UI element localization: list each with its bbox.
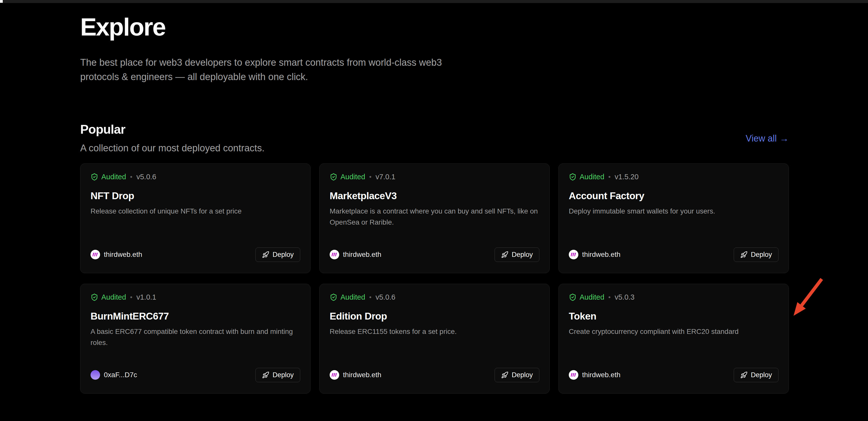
publisher-name: thirdweb.eth bbox=[104, 251, 142, 259]
deploy-label: Deploy bbox=[512, 371, 533, 379]
deploy-button[interactable]: Deploy bbox=[734, 368, 778, 382]
popular-section-header: Popular A collection of our most deploye… bbox=[80, 122, 789, 156]
publisher-name: thirdweb.eth bbox=[582, 251, 621, 259]
publisher-avatar bbox=[91, 250, 100, 259]
publisher-avatar bbox=[330, 250, 339, 259]
audited-badge: Audited bbox=[569, 173, 604, 181]
shield-check-icon bbox=[91, 293, 98, 301]
version-label: v1.0.1 bbox=[136, 293, 156, 301]
contract-card[interactable]: Audited • v5.0.6 NFT Drop Release collec… bbox=[80, 163, 311, 273]
publisher-link[interactable]: thirdweb.eth bbox=[330, 250, 381, 259]
card-footer: thirdweb.eth Deploy bbox=[569, 368, 778, 382]
section-subtitle: A collection of our most deployed contra… bbox=[80, 141, 265, 156]
version-label: v5.0.6 bbox=[136, 173, 156, 181]
badge-row: Audited • v5.0.6 bbox=[330, 293, 539, 301]
explore-page: Explore The best place for web3 develope… bbox=[80, 3, 789, 394]
badge-row: Audited • v1.5.20 bbox=[569, 173, 778, 181]
card-footer: thirdweb.eth Deploy bbox=[569, 248, 778, 262]
publisher-name: thirdweb.eth bbox=[343, 371, 381, 379]
card-footer: 0xaF...D7c Deploy bbox=[91, 368, 300, 382]
contract-description: Release collection of unique NFTs for a … bbox=[91, 206, 300, 217]
contract-description: Release ERC1155 tokens for a set price. bbox=[330, 326, 539, 337]
separator-dot: • bbox=[130, 293, 132, 301]
version-label: v1.5.20 bbox=[615, 173, 639, 181]
deploy-label: Deploy bbox=[273, 371, 294, 379]
rocket-icon bbox=[740, 251, 748, 258]
audited-badge: Audited bbox=[91, 293, 126, 301]
contract-description: Marketplace is a contract where you can … bbox=[330, 206, 539, 228]
publisher-avatar bbox=[91, 370, 100, 380]
thirdweb-logo-icon bbox=[93, 253, 98, 257]
top-edge-strip bbox=[0, 0, 868, 3]
separator-dot: • bbox=[369, 173, 371, 181]
publisher-link[interactable]: thirdweb.eth bbox=[569, 370, 621, 380]
audited-label: Audited bbox=[101, 173, 126, 181]
audited-badge: Audited bbox=[330, 293, 365, 301]
publisher-link[interactable]: 0xaF...D7c bbox=[91, 370, 137, 380]
rocket-icon bbox=[262, 251, 269, 258]
badge-row: Audited • v5.0.6 bbox=[91, 173, 300, 181]
contract-title: MarketplaceV3 bbox=[330, 190, 539, 202]
popular-section-titles: Popular A collection of our most deploye… bbox=[80, 122, 265, 156]
deploy-button[interactable]: Deploy bbox=[734, 248, 778, 262]
audited-label: Audited bbox=[340, 293, 365, 301]
publisher-link[interactable]: thirdweb.eth bbox=[91, 250, 142, 259]
version-label: v7.0.1 bbox=[375, 173, 395, 181]
version-label: v5.0.6 bbox=[375, 293, 395, 301]
publisher-avatar bbox=[330, 370, 339, 380]
contract-card[interactable]: Audited • v1.0.1 BurnMintERC677 A basic … bbox=[80, 284, 311, 394]
contract-description: A basic ERC677 compatible token contract… bbox=[91, 326, 300, 348]
version-label: v5.0.3 bbox=[615, 293, 634, 301]
deploy-label: Deploy bbox=[512, 251, 533, 259]
separator-dot: • bbox=[608, 293, 611, 301]
badge-row: Audited • v1.0.1 bbox=[91, 293, 300, 301]
separator-dot: • bbox=[369, 293, 371, 301]
view-all-label: View all bbox=[746, 133, 777, 144]
rocket-icon bbox=[740, 371, 748, 379]
thirdweb-logo-icon bbox=[571, 373, 576, 377]
publisher-name: 0xaF...D7c bbox=[104, 371, 137, 379]
red-arrow-annotation bbox=[789, 278, 825, 320]
publisher-name: thirdweb.eth bbox=[343, 251, 381, 259]
contract-card[interactable]: Audited • v7.0.1 MarketplaceV3 Marketpla… bbox=[319, 163, 550, 273]
deploy-label: Deploy bbox=[273, 251, 294, 259]
badge-row: Audited • v5.0.3 bbox=[569, 293, 778, 301]
publisher-link[interactable]: thirdweb.eth bbox=[569, 250, 621, 259]
card-footer: thirdweb.eth Deploy bbox=[91, 248, 300, 262]
badge-row: Audited • v7.0.1 bbox=[330, 173, 539, 181]
publisher-avatar bbox=[569, 250, 578, 259]
page-subtitle: The best place for web3 developers to ex… bbox=[80, 55, 472, 84]
rocket-icon bbox=[501, 371, 508, 379]
contracts-grid: Audited • v5.0.6 NFT Drop Release collec… bbox=[80, 163, 789, 394]
publisher-link[interactable]: thirdweb.eth bbox=[330, 370, 381, 380]
shield-check-icon bbox=[569, 293, 577, 301]
deploy-button[interactable]: Deploy bbox=[255, 248, 300, 262]
thirdweb-logo-icon bbox=[571, 253, 576, 257]
arrow-right-icon: → bbox=[780, 133, 789, 144]
deploy-button[interactable]: Deploy bbox=[255, 368, 300, 382]
view-all-link[interactable]: View all → bbox=[746, 133, 789, 144]
contract-title: NFT Drop bbox=[91, 190, 300, 202]
contract-title: Token bbox=[569, 310, 778, 322]
deploy-button[interactable]: Deploy bbox=[495, 368, 539, 382]
thirdweb-logo-icon bbox=[332, 373, 337, 377]
rocket-icon bbox=[262, 371, 269, 379]
card-footer: thirdweb.eth Deploy bbox=[330, 248, 539, 262]
audited-label: Audited bbox=[101, 293, 126, 301]
deploy-button[interactable]: Deploy bbox=[495, 248, 539, 262]
shield-check-icon bbox=[91, 173, 98, 181]
contract-card[interactable]: Audited • v5.0.3 Token Create cryptocurr… bbox=[558, 284, 789, 394]
page-title: Explore bbox=[80, 13, 789, 41]
contract-card[interactable]: Audited • v1.5.20 Account Factory Deploy… bbox=[558, 163, 789, 273]
card-footer: thirdweb.eth Deploy bbox=[330, 368, 539, 382]
shield-check-icon bbox=[569, 173, 577, 181]
contract-card[interactable]: Audited • v5.0.6 Edition Drop Release ER… bbox=[319, 284, 550, 394]
separator-dot: • bbox=[608, 173, 611, 181]
deploy-label: Deploy bbox=[751, 251, 772, 259]
rocket-icon bbox=[501, 251, 508, 258]
audited-label: Audited bbox=[580, 173, 604, 181]
deploy-label: Deploy bbox=[751, 371, 772, 379]
top-left-notch bbox=[0, 0, 3, 3]
separator-dot: • bbox=[130, 173, 132, 181]
audited-badge: Audited bbox=[91, 173, 126, 181]
